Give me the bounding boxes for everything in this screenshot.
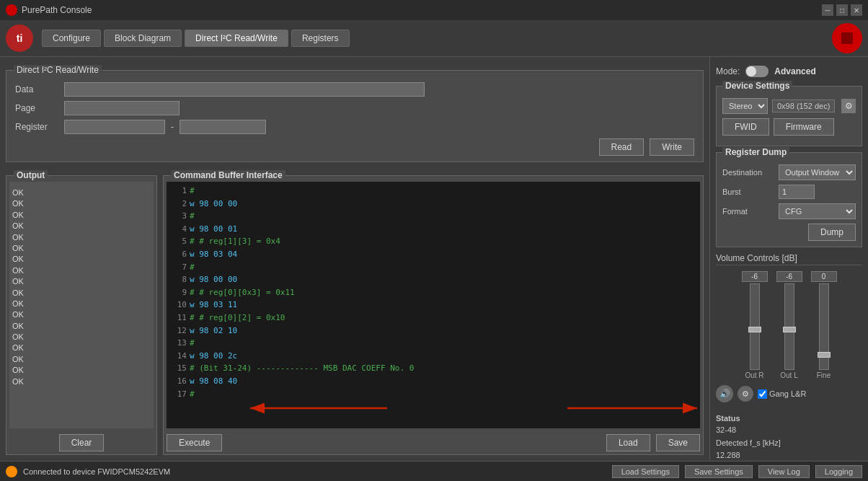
fine-thumb — [818, 352, 831, 358]
tab-block-diagram[interactable]: Block Diagram — [104, 30, 182, 47]
output-line: OK — [12, 343, 151, 353]
burst-label: Burst — [722, 187, 773, 196]
register-input-1[interactable] — [64, 120, 165, 134]
gang-checkbox[interactable]: Gang L&R — [758, 389, 806, 399]
status-title: Status — [716, 414, 862, 423]
burst-input[interactable] — [779, 185, 815, 199]
titlebar-title: PurePath Console — [22, 5, 92, 15]
register-row: Register - — [15, 120, 694, 134]
line-number: 6 — [169, 248, 187, 261]
line-number: 17 — [169, 388, 187, 401]
titlebar-controls[interactable]: ─ □ ✕ — [822, 4, 862, 16]
status-area: Status 32-48 Detected f_s [kHz] 12.288 D… — [716, 411, 862, 461]
fs-desc: Detected f_s [kHz] — [716, 437, 781, 450]
data-label: Data — [15, 84, 58, 94]
page-label: Page — [15, 103, 58, 113]
page-input[interactable] — [64, 101, 180, 115]
gang-label: Gang L&R — [769, 389, 806, 398]
cmd-panel-title: Command Buffer Interface — [171, 170, 285, 180]
speaker-icon[interactable]: 🔊 — [716, 385, 733, 402]
destination-select[interactable]: Output Window File — [779, 164, 856, 180]
mode-toggle[interactable] — [745, 66, 769, 77]
load-button[interactable]: Load — [606, 434, 650, 451]
load-settings-button[interactable]: Load Settings — [612, 465, 679, 478]
out-r-value[interactable]: -6 — [742, 271, 768, 282]
cmd-line: 12w 98 02 10 — [169, 325, 697, 337]
bottom-panels: Output OKOKOKOKOKOKOKOKOKOKOKOKOKOKOKOKO… — [6, 168, 704, 455]
output-line: OK — [12, 198, 151, 209]
line-content: # — [190, 210, 195, 223]
settings-gear-icon[interactable]: ⚙ — [841, 99, 856, 113]
out-r-slider[interactable] — [750, 283, 760, 370]
output-line: OK — [12, 210, 151, 221]
out-l-value[interactable]: -6 — [776, 271, 802, 282]
cmd-line: 10w 98 03 11 — [169, 299, 697, 312]
gang-checkbox-input[interactable] — [758, 389, 767, 399]
tab-direct-i2c[interactable]: Direct I²C Read/Write — [185, 30, 288, 47]
output-content: OKOKOKOKOKOKOKOKOKOKOKOKOKOKOKOKOKOK — [9, 182, 154, 428]
i2c-panel-title: Direct I²C Read/Write — [14, 65, 102, 75]
out-l-slider-col: -6 Out L — [776, 271, 802, 379]
format-label: Format — [722, 207, 773, 216]
fwid-button[interactable]: FWID — [722, 118, 769, 136]
output-line: OK — [12, 232, 151, 243]
firmware-button[interactable]: Firmware — [774, 118, 834, 136]
register-input-2[interactable] — [180, 120, 266, 134]
line-content: # # reg[0][0x3] = 0x11 — [190, 286, 295, 299]
output-line: OK — [12, 243, 151, 254]
clear-button[interactable]: Clear — [59, 434, 105, 451]
connection-text: Connected to device FWIDPCM5242EVM — [23, 467, 606, 476]
fine-value[interactable]: 0 — [811, 271, 837, 282]
maximize-button[interactable]: □ — [836, 4, 848, 16]
logging-button[interactable]: Logging — [815, 465, 862, 478]
write-button[interactable]: Write — [650, 138, 694, 156]
line-number: 1 — [169, 185, 187, 198]
cmd-line: 4w 98 00 01 — [169, 223, 697, 236]
dump-btn-row: Dump — [722, 224, 856, 241]
output-line: OK — [12, 321, 151, 332]
output-line: OK — [12, 221, 151, 231]
center-area: Direct I²C Read/Write Data Page Register… — [0, 57, 709, 461]
view-log-button[interactable]: View Log — [758, 465, 810, 478]
save-settings-button[interactable]: Save Settings — [685, 465, 753, 478]
execute-button[interactable]: Execute — [167, 434, 222, 451]
tab-registers[interactable]: Registers — [291, 30, 350, 47]
cmd-line: 14w 98 00 2c — [169, 350, 697, 363]
cmd-line: 7# — [169, 261, 697, 274]
format-select[interactable]: CFG HEX DEC — [779, 203, 856, 219]
output-panel: Output OKOKOKOKOKOKOKOKOKOKOKOKOKOKOKOKO… — [6, 175, 157, 455]
out-l-slider[interactable] — [784, 283, 794, 370]
dump-button[interactable]: Dump — [808, 224, 856, 241]
line-number: 15 — [169, 362, 187, 375]
register-dash: - — [171, 122, 174, 132]
line-number: 5 — [169, 235, 187, 248]
volume-controls-section: Volume Controls [dB] -6 Out R -6 — [716, 253, 862, 405]
cmd-footer: Execute Load Save — [164, 431, 703, 454]
tab-configure[interactable]: Configure — [42, 30, 101, 47]
stop-button[interactable] — [832, 23, 862, 53]
connection-indicator — [6, 466, 17, 477]
out-r-label: Out R — [745, 371, 763, 379]
line-content: # # reg[1][3] = 0x4 — [190, 235, 280, 248]
mode-row: Mode: Advanced — [716, 63, 862, 80]
data-row: Data — [15, 82, 694, 97]
body-area: Direct I²C Read/Write Data Page Register… — [0, 57, 868, 461]
read-button[interactable]: Read — [599, 138, 645, 156]
line-content: w 98 00 01 — [190, 223, 237, 236]
line-content: # # reg[0][2] = 0x10 — [190, 312, 285, 325]
output-line: OK — [12, 299, 151, 309]
line-number: 2 — [169, 198, 187, 211]
fine-slider[interactable] — [819, 283, 829, 370]
line-content: w 98 00 00 — [190, 198, 237, 211]
minimize-button[interactable]: ─ — [822, 4, 833, 16]
stereo-select[interactable]: Stereo — [722, 98, 768, 114]
app-logo-icon — [6, 4, 17, 16]
titlebar-left: PurePath Console — [6, 4, 92, 16]
vol-gear-icon[interactable]: ⚙ — [738, 386, 753, 402]
cmd-line: 2w 98 00 00 — [169, 198, 697, 211]
data-input[interactable] — [64, 82, 425, 97]
line-content: # (Bit 31-24) ------------- MSB DAC COEF… — [190, 362, 414, 375]
save-button[interactable]: Save — [656, 434, 700, 451]
cmd-content[interactable]: 1#2w 98 00 003#4w 98 00 015# # reg[1][3]… — [167, 182, 700, 428]
close-button[interactable]: ✕ — [851, 4, 862, 16]
